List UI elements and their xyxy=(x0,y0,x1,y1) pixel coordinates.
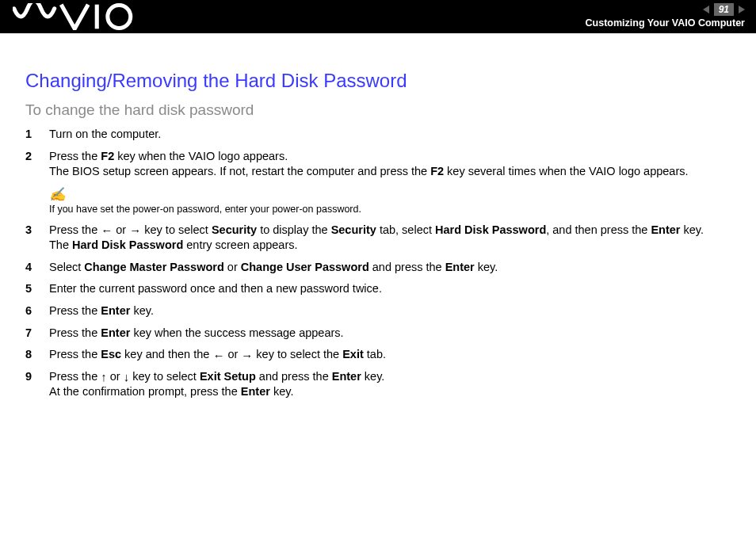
step-4: 4Select Change Master Password or Change… xyxy=(25,260,731,276)
step-1: 1Turn on the computer. xyxy=(25,127,731,143)
step-text: Turn on the computer. xyxy=(49,127,731,143)
page-content: Changing/Removing the Hard Disk Password… xyxy=(25,70,731,406)
step-number: 7 xyxy=(25,326,49,341)
step-number: 8 xyxy=(25,347,49,363)
step-text: Press the Enter key when the success mes… xyxy=(49,326,731,341)
step-number: 5 xyxy=(25,281,49,297)
step-text: Press the Enter key. xyxy=(49,303,731,319)
page-subtitle: To change the hard disk password xyxy=(25,101,731,119)
step-text: Press the Esc key and then the ← or → ke… xyxy=(49,347,731,363)
note-icon: ✍ xyxy=(49,186,731,203)
vaio-logo xyxy=(13,3,147,30)
note-block: ✍If you have set the power-on password, … xyxy=(49,186,731,215)
step-text: Press the ← or → key to select Security … xyxy=(49,223,731,254)
page-title: Changing/Removing the Hard Disk Password xyxy=(25,70,731,92)
step-9: 9Press the ↑ or ↓ key to select Exit Set… xyxy=(25,369,731,400)
next-page-arrow[interactable] xyxy=(739,6,745,13)
step-number: 3 xyxy=(25,223,49,254)
header-right: 91 Customizing Your VAIO Computer xyxy=(586,3,745,29)
step-number: 9 xyxy=(25,369,49,400)
step-text: Select Change Master Password or Change … xyxy=(49,260,731,276)
step-8: 8Press the Esc key and then the ← or → k… xyxy=(25,347,731,363)
step-number: 2 xyxy=(25,149,49,180)
page-number: 91 xyxy=(714,3,734,16)
step-6: 6Press the Enter key. xyxy=(25,303,731,319)
steps-list: 1Turn on the computer.2Press the F2 key … xyxy=(25,127,731,400)
step-2: 2Press the F2 key when the VAIO logo app… xyxy=(25,149,731,180)
step-text: Press the ↑ or ↓ key to select Exit Setu… xyxy=(49,369,731,400)
step-text: Enter the current password once and then… xyxy=(49,281,731,297)
svg-rect-0 xyxy=(95,5,99,29)
step-3: 3Press the ← or → key to select Security… xyxy=(25,223,731,254)
note-text: If you have set the power-on password, e… xyxy=(49,204,731,215)
page-nav: 91 xyxy=(586,3,745,16)
step-7: 7Press the Enter key when the success me… xyxy=(25,326,731,341)
step-number: 4 xyxy=(25,260,49,276)
header-bar: 91 Customizing Your VAIO Computer xyxy=(0,0,756,33)
step-number: 6 xyxy=(25,303,49,319)
step-5: 5Enter the current password once and the… xyxy=(25,281,731,297)
svg-point-1 xyxy=(108,6,131,29)
step-text: Press the F2 key when the VAIO logo appe… xyxy=(49,149,731,180)
section-title: Customizing Your VAIO Computer xyxy=(586,17,745,29)
prev-page-arrow[interactable] xyxy=(703,6,709,13)
step-number: 1 xyxy=(25,127,49,143)
